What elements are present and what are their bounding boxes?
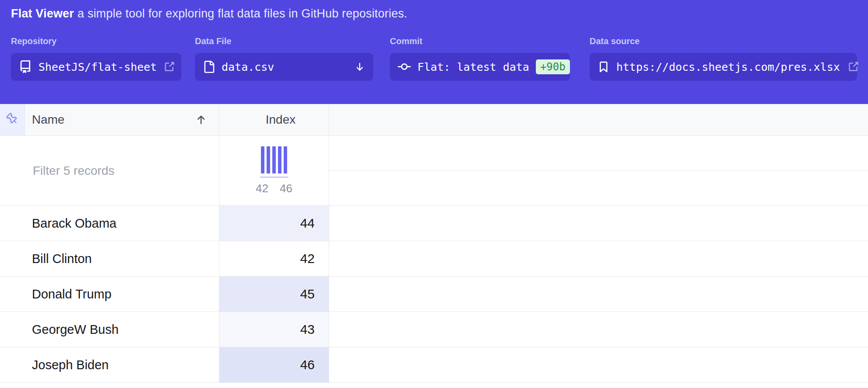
external-link-icon — [847, 61, 859, 73]
app-title: Flat Viewer — [11, 7, 74, 20]
histogram-bar — [267, 146, 270, 173]
header-filler — [329, 104, 868, 135]
bookmark-icon — [597, 61, 610, 73]
table-row: Joseph Biden 46 — [0, 347, 868, 383]
data-file-value: data.csv — [222, 61, 274, 73]
filter-filler-cell — [329, 136, 868, 171]
histogram-bar — [278, 146, 281, 173]
row-filler — [329, 241, 868, 276]
repository-button[interactable]: SheetJS/flat-sheet — [11, 53, 181, 81]
data-file-button[interactable]: data.csv — [195, 53, 373, 81]
index-histogram[interactable]: 42 46 — [219, 136, 329, 205]
histogram-bar — [261, 146, 264, 173]
data-source-label: Data source — [590, 36, 857, 46]
index-cell: 44 — [219, 206, 329, 241]
row-filler — [329, 206, 868, 241]
name-cell: GeorgeW Bush — [0, 312, 219, 347]
data-file-group: Data File data.csv — [195, 36, 373, 81]
column-header-name[interactable]: Name — [25, 104, 219, 135]
name-cell: Joseph Biden — [0, 347, 219, 382]
grid-header-row: Name Index — [0, 104, 868, 136]
download-arrow-icon — [354, 61, 365, 73]
table-row: Barack Obama 44 — [0, 206, 868, 241]
header-controls: Repository SheetJS/flat-sheet Data File … — [11, 36, 857, 81]
histogram-bars — [261, 146, 287, 173]
name-cell: Donald Trump — [0, 277, 219, 312]
index-cell: 43 — [219, 312, 329, 347]
git-commit-icon — [398, 60, 411, 73]
app-header: Flat Viewera simple tool for exploring f… — [0, 0, 868, 104]
external-link-icon — [163, 61, 175, 73]
index-cell: 46 — [219, 347, 329, 382]
row-filler — [329, 347, 868, 382]
repo-book-icon — [19, 60, 32, 73]
histogram-max-label: 46 — [280, 182, 292, 195]
filter-input[interactable] — [32, 163, 202, 178]
data-source-url: https://docs.sheetjs.com/pres.xlsx — [616, 61, 840, 73]
pin-icon — [5, 112, 19, 128]
commit-diff-badge: +90b — [536, 59, 570, 74]
commit-button[interactable]: Flat: latest data +90b — [390, 53, 570, 81]
table-row: GeorgeW Bush 43 — [0, 312, 868, 347]
data-source-button[interactable]: https://docs.sheetjs.com/pres.xlsx — [590, 53, 857, 81]
histogram-range-labels: 42 46 — [256, 182, 292, 195]
filter-filler — [329, 136, 868, 205]
name-cell: Barack Obama — [0, 206, 219, 241]
column-header-index[interactable]: Index — [219, 104, 329, 135]
commit-message: Flat: latest data — [417, 61, 529, 73]
data-file-label: Data File — [195, 36, 373, 46]
column-name-label: Name — [32, 113, 65, 127]
row-filler — [329, 277, 868, 312]
histogram-bar — [284, 146, 287, 173]
histogram-underline — [260, 177, 288, 178]
histogram-bar — [272, 146, 276, 173]
sort-ascending-icon — [194, 113, 208, 126]
index-cell: 45 — [219, 277, 329, 312]
commit-group: Commit Flat: latest data +90b — [390, 36, 570, 81]
app-subtitle: a simple tool for exploring flat data fi… — [77, 7, 407, 20]
repository-label: Repository — [11, 36, 181, 46]
app-title-row: Flat Viewera simple tool for exploring f… — [11, 7, 857, 21]
column-index-label: Index — [266, 113, 296, 127]
repository-value: SheetJS/flat-sheet — [38, 61, 157, 73]
histogram-min-label: 42 — [256, 182, 268, 195]
table-row: Bill Clinton 42 — [0, 241, 868, 277]
data-source-group: Data source https://docs.sheetjs.com/pre… — [590, 36, 857, 81]
index-cell: 42 — [219, 241, 329, 276]
name-filter-cell — [0, 136, 219, 205]
filter-row: 42 46 — [0, 136, 868, 206]
file-icon — [203, 61, 215, 73]
data-grid: Name Index 42 46 Barack Obama 44 — [0, 104, 868, 383]
row-filler — [329, 312, 868, 347]
table-row: Donald Trump 45 — [0, 277, 868, 312]
grid-body: Barack Obama 44 Bill Clinton 42 Donald T… — [0, 206, 868, 383]
pin-column-button[interactable] — [0, 104, 25, 135]
name-cell: Bill Clinton — [0, 241, 219, 276]
commit-label: Commit — [390, 36, 570, 46]
repository-group: Repository SheetJS/flat-sheet — [11, 36, 181, 81]
